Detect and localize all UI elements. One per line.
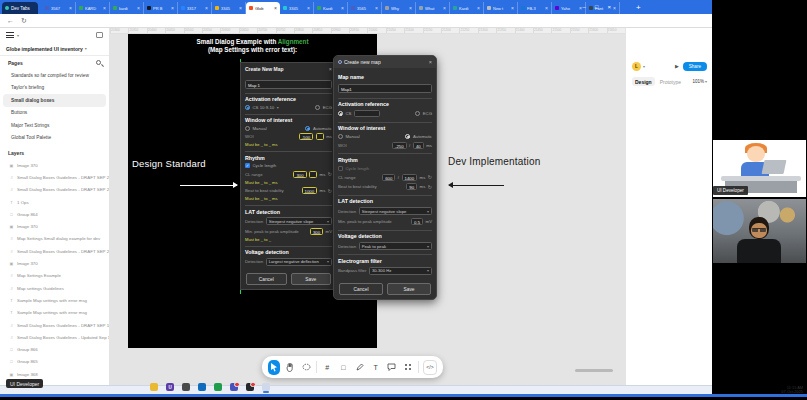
cl-to-input[interactable]: 1400 <box>402 174 418 181</box>
tab-close-icon[interactable] <box>341 5 344 11</box>
tab-close-icon[interactable] <box>274 5 277 11</box>
amplitude-input[interactable]: 0.5 <box>411 218 423 225</box>
layer-item[interactable]: # Small Dialog Boxes Guidelines - Update… <box>0 331 109 343</box>
layer-item[interactable]: # Small Dialog Boxes Guidelines - DRAFT … <box>0 184 109 196</box>
refresh-icon[interactable]: ↻ <box>428 174 432 180</box>
dev-mode-toggle[interactable]: </> <box>423 360 437 375</box>
save-button[interactable]: Save <box>291 273 332 285</box>
cl-from-input[interactable]: 600 <box>382 174 395 181</box>
taskbar-app-icon[interactable] <box>198 383 206 391</box>
woi-to-input[interactable] <box>316 133 324 140</box>
main-menu-icon[interactable] <box>6 32 14 38</box>
hand-tool-button[interactable] <box>284 360 296 375</box>
cycle-length-checkbox[interactable] <box>338 166 343 171</box>
radio-cs[interactable] <box>245 105 250 110</box>
tab-close-icon[interactable] <box>545 5 548 11</box>
woi-from-input[interactable]: -250 <box>392 142 407 149</box>
map-name-input[interactable]: Map 1 <box>245 80 332 89</box>
page-item[interactable]: Buttons <box>3 107 106 120</box>
layer-item[interactable]: # Small Dialog Boxes Guidelines - DRAFT … <box>0 245 109 257</box>
b2b-input[interactable]: 90 <box>406 183 417 190</box>
browser-tab[interactable]: Kardi <box>314 2 348 14</box>
tab-close-icon[interactable] <box>477 5 480 11</box>
tab-close-icon[interactable] <box>239 5 242 11</box>
taskbar-app-icon[interactable]: U <box>166 383 174 391</box>
lat-detection-dropdown[interactable]: Steepest negative slope ▾ <box>359 207 432 215</box>
actions-button[interactable] <box>402 360 414 375</box>
cancel-button[interactable]: Cancel <box>339 283 383 295</box>
tab-close-icon[interactable] <box>409 5 412 11</box>
taskbar-app-icon[interactable] <box>262 383 270 391</box>
bandpass-filter-dropdown[interactable]: 30-300 Hz ▾ <box>369 267 432 275</box>
lasso-tool-button[interactable] <box>300 360 312 375</box>
comment-tool-button[interactable] <box>386 360 398 375</box>
save-button[interactable]: Save <box>387 283 431 295</box>
tab-close-icon[interactable] <box>205 5 208 11</box>
radio-ecg[interactable] <box>315 105 320 110</box>
figma-canvas[interactable]: 2030020350204002045020500205502060020650… <box>110 28 625 385</box>
refresh-icon[interactable]: ↻ <box>328 188 332 194</box>
tab-close-icon[interactable] <box>375 5 378 11</box>
browser-tab[interactable]: Glob <box>246 2 280 14</box>
page-item[interactable]: Global Tool Palette <box>3 132 106 145</box>
radio-manual[interactable] <box>338 134 343 139</box>
taskbar-app-icon[interactable] <box>182 383 190 391</box>
tab-close-icon[interactable] <box>69 5 72 11</box>
share-button[interactable]: Share <box>683 62 707 71</box>
refresh-icon[interactable]: ↻ <box>21 14 27 28</box>
taskbar-app-icon[interactable] <box>230 383 238 391</box>
layer-item[interactable]: □ Group 864 <box>0 208 109 220</box>
browser-tab[interactable]: 3317 <box>178 2 212 14</box>
pen-tool-button[interactable] <box>354 360 366 375</box>
tab-group-dev-tabs[interactable]: Dev Tabs <box>2 2 38 14</box>
taskbar-clock[interactable]: 11:15 AM 07-Oct-2025 <box>781 386 803 395</box>
layer-item[interactable]: # Small Dialog Boxes Guidelines - DRAFT … <box>0 171 109 183</box>
layer-item[interactable]: T 1 Ops <box>0 196 109 208</box>
cl-from-input[interactable]: 300 <box>293 171 306 178</box>
voltage-detection-dropdown[interactable]: Peak to peak ▾ <box>359 242 432 250</box>
frame-tool-button[interactable]: # <box>321 360 333 375</box>
cancel-button[interactable]: Cancel <box>246 273 287 285</box>
tab-close-icon[interactable] <box>443 5 446 11</box>
text-tool-button[interactable]: T <box>370 360 382 375</box>
present-play-icon[interactable]: ▶ <box>675 63 679 69</box>
tab-close-icon[interactable] <box>171 5 174 11</box>
browser-tab[interactable]: New t <box>484 2 518 14</box>
radio-automatic[interactable] <box>305 126 310 131</box>
browser-tab[interactable]: 3565 <box>348 2 382 14</box>
browser-tab[interactable]: 3345 <box>212 2 246 14</box>
layer-item[interactable]: # Small Dialog Boxes Guidelines - DRAFT … <box>0 319 109 331</box>
move-tool-button[interactable] <box>268 360 280 375</box>
close-icon[interactable]: × <box>429 59 432 65</box>
browser-tab[interactable]: kardi <box>110 2 144 14</box>
amplitude-input[interactable]: 300 <box>310 228 323 235</box>
radio-ecg[interactable] <box>415 111 420 116</box>
layer-item[interactable]: T Sample Map settings with error msg <box>0 294 109 306</box>
layer-item[interactable]: ▣ Image 370 <box>0 159 109 171</box>
file-title-row[interactable]: Globe implemented UI inventory ▾ <box>0 42 109 55</box>
taskbar-app-icon[interactable] <box>214 383 222 391</box>
back-icon[interactable]: ← <box>7 14 14 28</box>
collapse-sidebar-icon[interactable] <box>96 32 103 38</box>
b2b-input[interactable]: 1000 <box>302 187 318 194</box>
browser-tab[interactable]: 3567 <box>42 2 76 14</box>
voltage-detection-dropdown[interactable]: Largest negative deflection ▾ <box>266 258 332 266</box>
browser-tab[interactable]: Kardi <box>450 2 484 14</box>
cs-channel-select[interactable] <box>354 110 380 117</box>
taskbar-app-icon[interactable] <box>246 383 254 391</box>
browser-tab[interactable]: PR B <box>144 2 178 14</box>
window-maximize-icon[interactable]: □ <box>595 4 599 10</box>
layer-item[interactable]: ▣ Image 370 <box>0 220 109 232</box>
tab-close-icon[interactable] <box>613 5 616 11</box>
layer-item[interactable]: □ Group 865 <box>0 356 109 368</box>
layer-item[interactable]: ▣ Image 370 <box>0 257 109 269</box>
lat-detection-dropdown[interactable]: Steepest negative slope ▾ <box>266 217 332 225</box>
layer-item[interactable]: # Map Settings Example <box>0 270 109 282</box>
tab-close-icon[interactable] <box>307 5 310 11</box>
horizontal-scrollbar[interactable] <box>575 369 613 372</box>
radio-manual[interactable] <box>245 126 250 131</box>
refresh-icon[interactable]: ↻ <box>428 184 432 190</box>
layer-item[interactable]: □ Group 866 <box>0 343 109 355</box>
window-minimize-icon[interactable]: – <box>583 4 586 10</box>
radio-cs[interactable] <box>338 111 343 116</box>
